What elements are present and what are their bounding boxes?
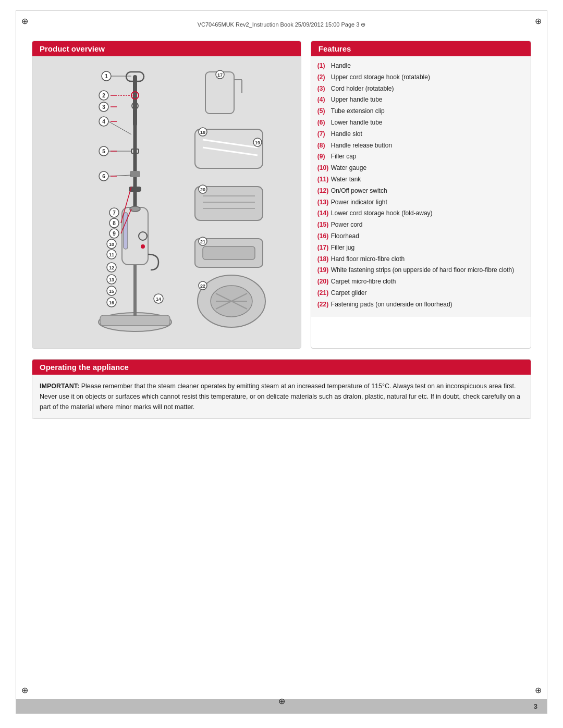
top-content: Product overview (32, 41, 531, 349)
svg-text:11: 11 (109, 252, 114, 257)
feature-number: (7) (317, 130, 329, 139)
svg-text:19: 19 (255, 140, 260, 145)
feature-description: White fastening strips (on upperside of … (331, 266, 515, 275)
feature-item: (11) Water tank (317, 175, 524, 184)
feature-number: (11) (317, 175, 329, 184)
crosshair-bottom: ⊕ (278, 696, 285, 706)
svg-text:20: 20 (200, 187, 205, 192)
feature-number: (21) (317, 289, 329, 298)
feature-item: (2) Upper cord storage hook (rotatable) (317, 73, 524, 82)
svg-text:21: 21 (200, 239, 205, 244)
svg-text:6: 6 (103, 174, 106, 179)
page-number: 3 (534, 702, 537, 710)
feature-description: Power indicator light (331, 198, 387, 207)
svg-line-27 (108, 121, 131, 134)
svg-text:16: 16 (109, 300, 114, 305)
feature-description: Handle release button (331, 141, 392, 150)
crosshair-header: ⊕ (361, 21, 365, 28)
feature-number: (20) (317, 277, 329, 286)
svg-rect-16 (100, 315, 170, 326)
operating-section: Operating the appliance IMPORTANT: Pleas… (32, 359, 531, 419)
feature-number: (13) (317, 198, 329, 207)
svg-text:1: 1 (105, 73, 108, 79)
feature-description: Carpet micro-fibre cloth (331, 277, 396, 286)
page-border: ⊕ ⊕ ⊕ ⊕ VC70465MUK Rev2_Instruction Book… (16, 10, 547, 714)
svg-text:8: 8 (113, 220, 116, 226)
feature-item: (1) Handle (317, 61, 524, 70)
svg-text:12: 12 (109, 265, 114, 270)
product-overview-title: Product overview (32, 41, 301, 56)
feature-description: Handle (331, 61, 351, 70)
feature-number: (6) (317, 118, 329, 127)
feature-description: Handle slot (331, 130, 362, 139)
feature-number: (15) (317, 220, 329, 229)
feature-item: (21) Carpet glider (317, 289, 524, 298)
feature-number: (19) (317, 266, 329, 275)
feature-number: (16) (317, 232, 329, 241)
svg-text:18: 18 (200, 130, 205, 135)
feature-number: (3) (317, 84, 329, 93)
corner-mark-tl: ⊕ (21, 16, 28, 26)
feature-item: (5) Tube extension clip (317, 107, 524, 116)
operating-important-label: IMPORTANT: (40, 382, 81, 390)
features-box: Features (1) Handle (2) Upper cord stora… (311, 41, 531, 349)
feature-number: (12) (317, 187, 329, 195)
feature-number: (1) (317, 61, 329, 70)
feature-description: Cord holder (rotatable) (331, 84, 394, 93)
feature-item: (20) Carpet micro-fibre cloth (317, 277, 524, 286)
svg-text:13: 13 (109, 277, 114, 282)
feature-number: (14) (317, 209, 329, 218)
svg-text:2: 2 (103, 93, 106, 98)
feature-description: Upper handle tube (331, 95, 383, 104)
corner-mark-bl: ⊕ (21, 685, 28, 695)
feature-description: Fastening pads (on underside on floorhea… (331, 300, 452, 309)
feature-item: (8) Handle release button (317, 141, 524, 150)
feature-description: Floorhead (331, 232, 359, 241)
operating-title: Operating the appliance (32, 360, 531, 375)
feature-description: Filler jug (331, 243, 354, 252)
feature-description: Water gauge (331, 164, 366, 172)
feature-item: (14) Lower cord storage hook (fold-away) (317, 209, 524, 218)
feature-description: Lower handle tube (331, 118, 383, 127)
feature-description: Carpet glider (331, 289, 367, 298)
feature-number: (10) (317, 164, 329, 172)
feature-item: (12) On/Off power switch (317, 187, 524, 195)
feature-number: (5) (317, 107, 329, 116)
svg-text:5: 5 (103, 149, 106, 154)
feature-item: (16) Floorhead (317, 232, 524, 241)
product-diagram-svg: 1 2 3 4 5 (54, 61, 278, 343)
diagram-area: 1 2 3 4 5 (32, 56, 301, 348)
feature-item: (18) Hard floor micro-fibre cloth (317, 255, 524, 264)
feature-description: Water tank (331, 175, 361, 184)
feature-item: (9) Filler cap (317, 152, 524, 161)
feature-number: (8) (317, 141, 329, 150)
feature-number: (18) (317, 255, 329, 264)
feature-description: On/Off power switch (331, 187, 387, 195)
operating-body: IMPORTANT: Please remember that the stea… (32, 375, 531, 418)
features-title: Features (311, 41, 531, 56)
features-list: (1) Handle (2) Upper cord storage hook (… (311, 56, 531, 317)
svg-point-13 (141, 244, 145, 249)
svg-text:22: 22 (200, 283, 205, 289)
feature-item: (10) Water gauge (317, 164, 524, 172)
feature-item: (17) Filler jug (317, 243, 524, 252)
svg-text:7: 7 (113, 210, 116, 216)
feature-item: (4) Upper handle tube (317, 95, 524, 104)
svg-text:10: 10 (109, 242, 114, 247)
feature-description: Lower cord storage hook (fold-away) (331, 209, 433, 218)
feature-number: (22) (317, 300, 329, 309)
feature-item: (22) Fastening pads (on underside on flo… (317, 300, 524, 309)
feature-item: (13) Power indicator light (317, 198, 524, 207)
feature-item: (19) White fastening strips (on uppersid… (317, 266, 524, 275)
feature-description: Upper cord storage hook (rotatable) (331, 73, 430, 82)
operating-text: Please remember that the steam cleaner o… (40, 382, 520, 411)
svg-text:9: 9 (113, 231, 116, 237)
feature-number: (4) (317, 95, 329, 104)
header-text: VC70465MUK Rev2_Instruction Book 25/09/2… (198, 21, 360, 28)
feature-item: (15) Power cord (317, 220, 524, 229)
feature-number: (9) (317, 152, 329, 161)
feature-item: (3) Cord holder (rotatable) (317, 84, 524, 93)
feature-description: Hard floor micro-fibre cloth (331, 255, 405, 264)
corner-mark-tr: ⊕ (535, 16, 542, 26)
feature-description: Tube extension clip (331, 107, 385, 116)
